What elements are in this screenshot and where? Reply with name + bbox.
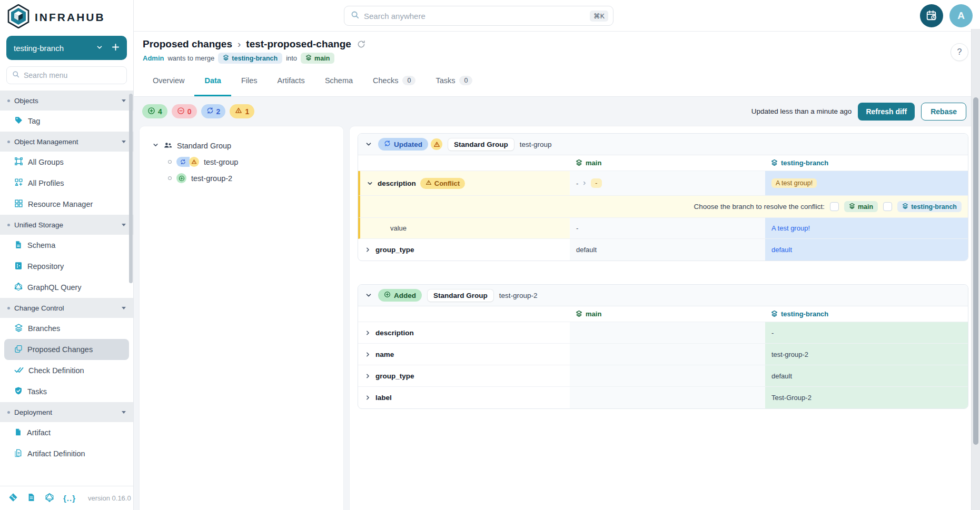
page-scrollbar-thumb[interactable] xyxy=(973,97,978,445)
sidebar-scrollbar-thumb[interactable] xyxy=(129,94,133,283)
tree-node-test-group[interactable]: test-group xyxy=(168,154,343,170)
resolve-main-badge[interactable]: main xyxy=(844,201,878,212)
add-branch-icon[interactable] xyxy=(112,43,120,53)
added-counter[interactable]: 4 xyxy=(142,104,167,118)
tree-node-label: Standard Group xyxy=(177,142,231,150)
sidebar-item-label: Tag xyxy=(28,117,40,125)
tree-node-test-group-2[interactable]: test-group-2 xyxy=(168,170,343,186)
breadcrumb-root[interactable]: Proposed changes xyxy=(143,38,232,50)
global-search[interactable]: ⌘K xyxy=(344,6,613,26)
tab-tasks[interactable]: Tasks0 xyxy=(425,66,482,96)
status-label: Added xyxy=(394,292,416,299)
branch-value: - xyxy=(771,329,774,337)
attribute-label-cell[interactable]: group_type xyxy=(358,365,570,386)
sidebar-item-artifact-definition[interactable]: Artifact Definition xyxy=(4,443,129,464)
sidebar-item-tasks[interactable]: Tasks xyxy=(4,381,129,402)
sidebar-item-graphql-query[interactable]: GraphQL Query xyxy=(4,277,129,298)
tab-data[interactable]: Data xyxy=(194,66,231,96)
chevron-down-icon[interactable] xyxy=(152,142,159,150)
sidebar-item-resource-manager[interactable]: Resource Manager xyxy=(4,194,129,215)
section-dot xyxy=(7,99,10,102)
main-value: default xyxy=(576,246,597,254)
help-button[interactable]: ? xyxy=(951,43,968,61)
branch-value-cell: default xyxy=(765,239,968,261)
sidebar-item-label: GraphQL Query xyxy=(27,283,82,292)
panel-header[interactable]: Updated Standard Group test-group xyxy=(358,134,968,155)
docs-icon[interactable] xyxy=(27,493,36,504)
chevron-right-icon[interactable] xyxy=(364,329,371,336)
chevron-right-icon[interactable] xyxy=(364,351,371,358)
tab-label: Data xyxy=(204,76,221,85)
refresh-icon[interactable] xyxy=(357,39,366,49)
diff-content: Standard Group test-group test-group- xyxy=(134,126,980,510)
column-header-row: main testing-branch xyxy=(358,155,968,171)
chevron-down-icon[interactable] xyxy=(367,180,373,187)
sync-icon xyxy=(384,140,391,148)
global-search-input[interactable] xyxy=(364,12,585,21)
sidebar-item-proposed-changes[interactable]: Proposed Changes xyxy=(4,339,129,360)
tab-artifacts[interactable]: Artifacts xyxy=(268,66,315,96)
conflict-counter[interactable]: 1 xyxy=(230,104,254,118)
attribute-label-cell[interactable]: name xyxy=(358,344,570,365)
artifact-definition-icon xyxy=(14,449,23,459)
tab-checks[interactable]: Checks0 xyxy=(363,66,425,96)
graphql-footer-icon[interactable] xyxy=(45,493,54,504)
nav-section-objects[interactable]: Objects xyxy=(0,91,133,111)
chevron-right-icon[interactable] xyxy=(364,246,371,253)
attribute-label-cell[interactable]: label xyxy=(358,387,570,408)
avatar[interactable]: A xyxy=(949,4,973,27)
sidebar-item-check-definition[interactable]: Check Definition xyxy=(4,360,129,381)
sidebar-item-branches[interactable]: Branches xyxy=(4,318,129,339)
sidebar-item-all-groups[interactable]: All Groups xyxy=(4,152,129,173)
nav-section-deployment[interactable]: Deployment xyxy=(0,402,133,422)
menu-search[interactable] xyxy=(6,66,127,84)
file-icon xyxy=(14,241,23,251)
tab-files[interactable]: Files xyxy=(231,66,268,96)
branch-selector[interactable]: testing-branch xyxy=(6,36,127,60)
section-chevron-icon xyxy=(122,307,126,309)
page-scrollbar[interactable] xyxy=(971,29,980,510)
warning-icon xyxy=(425,179,432,187)
tab-schema[interactable]: Schema xyxy=(315,66,363,96)
nav-section-object-management[interactable]: Object Management xyxy=(0,132,133,152)
chevron-down-icon[interactable] xyxy=(365,141,372,148)
attribute-label-cell[interactable]: description Conflict xyxy=(360,171,570,195)
braces-icon[interactable]: {..} xyxy=(63,494,76,503)
nav-section-change-control[interactable]: Change Control xyxy=(0,298,133,318)
logo-row[interactable]: INFRAHUB xyxy=(0,0,133,33)
sidebar: INFRAHUB testing-branch Objects xyxy=(0,0,134,510)
attribute-label-cell[interactable]: description xyxy=(358,322,570,343)
tab-label: Files xyxy=(241,76,258,85)
attribute-label-cell[interactable]: group_type xyxy=(358,239,570,261)
refresh-diff-button[interactable]: Refresh diff xyxy=(858,103,915,121)
nav-section-unified-storage[interactable]: Unified Storage xyxy=(0,215,133,235)
sidebar-item-schema[interactable]: Schema xyxy=(4,235,129,256)
resolve-branch-checkbox[interactable] xyxy=(883,202,892,211)
sidebar-item-tag[interactable]: Tag xyxy=(4,111,129,132)
branch-stack-icon xyxy=(849,203,855,211)
updated-counter[interactable]: 2 xyxy=(201,104,226,118)
resolve-branch-badge[interactable]: testing-branch xyxy=(897,201,962,212)
chevron-down-icon[interactable] xyxy=(365,292,372,299)
rebase-button[interactable]: Rebase xyxy=(921,103,966,121)
chevron-right-icon[interactable] xyxy=(364,373,371,379)
tab-overview[interactable]: Overview xyxy=(143,66,194,96)
tree-node-standard-group[interactable]: Standard Group xyxy=(152,138,343,154)
source-branch-badge[interactable]: testing-branch xyxy=(218,53,282,64)
panel-header[interactable]: Added Standard Group test-group-2 xyxy=(358,285,968,306)
resolve-main-label: main xyxy=(858,203,873,211)
chevron-right-icon[interactable] xyxy=(364,394,371,401)
time-travel-button[interactable] xyxy=(920,4,943,27)
git-icon[interactable] xyxy=(8,493,18,504)
sidebar-item-artifact[interactable]: Artifact xyxy=(4,422,129,443)
target-branch-badge[interactable]: main xyxy=(301,53,334,64)
resolve-main-checkbox[interactable] xyxy=(830,202,839,211)
breadcrumb: Proposed changes › test-proposed-change xyxy=(143,38,980,50)
menu-search-input[interactable] xyxy=(24,71,121,79)
sidebar-item-all-profiles[interactable]: All Profiles xyxy=(4,173,129,194)
removed-counter[interactable]: 0 xyxy=(172,104,197,118)
tab-label: Overview xyxy=(153,76,184,85)
author-name[interactable]: Admin xyxy=(143,54,164,62)
sidebar-item-repository[interactable]: Repository xyxy=(4,256,129,277)
main-area: ⌘K A Proposed changes › test-proposed-ch… xyxy=(134,0,980,510)
